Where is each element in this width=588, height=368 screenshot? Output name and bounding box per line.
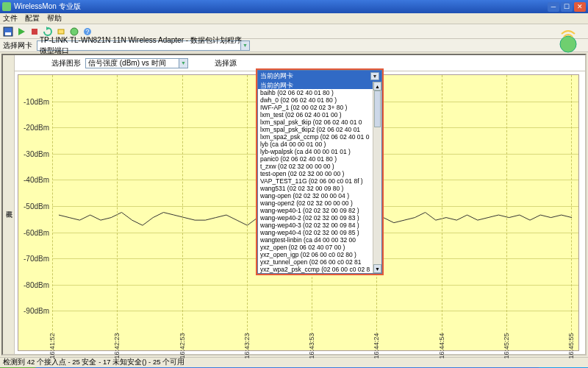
graph-combo-value: 信号强度 (dBm) vs 时间 (88, 58, 166, 68)
dropdown-item[interactable]: lxm_spa2_psk_ccmp (02 06 02 40 01 0 (258, 133, 381, 141)
y-tick-label: -70dBm (24, 255, 49, 263)
adapter-combo[interactable]: TP-LINK TL-WN821N 11N Wireless Adapter -… (37, 40, 250, 51)
chevron-down-icon[interactable]: ▼ (179, 59, 187, 68)
chevron-down-icon[interactable]: ▼ (240, 41, 249, 50)
dropdown-item[interactable]: lyb-wpalpsk (ca d4 00 00 01 01 ) (258, 148, 381, 155)
source-dropdown[interactable]: 当前的网卡 ▼ 当前的网卡baihb (02 06 02 40 01 80 )d… (257, 70, 382, 274)
wireless-globe-icon (554, 26, 582, 54)
gridline-v (442, 75, 442, 334)
dropdown-item[interactable]: wang-open2 (02 02 32 00 00 00 ) (258, 199, 381, 207)
x-tick-label: 16:44:54 (438, 333, 445, 358)
scroll-up-icon[interactable]: ▲ (373, 82, 381, 91)
svg-text:?: ? (85, 28, 89, 35)
gridline-v (247, 75, 248, 334)
dropdown-item[interactable]: yxz_open_igp (02 06 00 c0 02 80 ) (258, 251, 381, 258)
gridline-v (571, 75, 572, 334)
gridline-h (52, 285, 578, 286)
y-tick-label: -90dBm (24, 307, 49, 315)
dropdown-item[interactable]: yxz_tunnel_open (02 06 00 c0 02 81 (258, 258, 381, 266)
gridline-v (117, 75, 118, 334)
graph-combo[interactable]: 信号强度 (dBm) vs 时间 ▼ (85, 58, 188, 68)
dropdown-item[interactable]: lyb (ca d4 00 00 01 00 ) (258, 141, 381, 148)
x-tick-label: 16:42:53 (179, 333, 186, 358)
gridline-v (182, 75, 183, 334)
dropdown-item[interactable]: VAP_TEST_11G (02 06 00 c0 01 8f ) (258, 177, 381, 185)
y-tick-label: -50dBm (24, 202, 49, 210)
dropdown-item[interactable]: IWF-AP_1 (02 00 02 02 3+ 80 ) (258, 104, 381, 111)
dropdown-selected[interactable]: 当前的网卡 ▼ (258, 71, 381, 82)
y-tick-label: -80dBm (24, 280, 49, 289)
dropdown-item[interactable]: wangtest-linbin (ca d4 00 00 32 00 (258, 236, 381, 244)
source-select-label: 选择源 (215, 58, 237, 68)
y-tick-label: -60dBm (24, 228, 49, 236)
dropdown-item[interactable]: 当前的网卡 (258, 82, 381, 89)
window-title: WirelessMon 专业版 (14, 1, 81, 12)
scroll-thumb[interactable] (374, 91, 381, 127)
dropdown-item[interactable]: lxm_test (02 06 02 40 01 00 ) (258, 111, 381, 118)
scroll-down-icon[interactable]: ▼ (373, 264, 381, 273)
select-row: 选择图形 信号强度 (dBm) vs 时间 ▼ 选择源 (15, 55, 585, 71)
gridline-h (52, 311, 578, 311)
dropdown-item[interactable]: lxm_spal_psk_tkip2 (02 06 02 40 01 (258, 126, 381, 133)
dropdown-item[interactable]: wang531 (02 02 32 00 09 80 ) (258, 185, 381, 192)
svg-point-9 (560, 36, 576, 52)
status-text: 检测到 42 个接入点 - 25 安全 - 17 未知安全() - 25 个可用 (3, 358, 184, 367)
y-tick-label: -30dBm (24, 149, 49, 158)
dropdown-item[interactable]: wang-wep40-4 (02 02 32 00 09 85 ) (258, 229, 381, 236)
x-tick-label: 16:43:23 (243, 333, 251, 358)
dropdown-list: 当前的网卡baihb (02 06 02 40 01 80 )dwh_0 (02… (258, 82, 381, 273)
adapter-row: 选择网卡 TP-LINK TL-WN821N 11N Wireless Adap… (0, 39, 588, 52)
y-axis: -10dBm-20dBm-30dBm-40dBm-50dBm-60dBm-70d… (18, 75, 52, 334)
menubar: 文件 配置 帮助 (0, 13, 588, 24)
stop-icon[interactable] (29, 26, 40, 37)
gridline-v (506, 75, 507, 334)
graph-area: 选择图形 信号强度 (dBm) vs 时间 ▼ 选择源 当前的网卡 ▼ 当前的网… (15, 55, 585, 354)
chevron-down-icon[interactable]: ▼ (370, 72, 379, 80)
svg-point-6 (71, 28, 78, 35)
svg-rect-1 (5, 32, 11, 35)
menu-file[interactable]: 文件 (3, 13, 18, 24)
x-tick-label: 16:41:52 (49, 333, 56, 358)
dropdown-item[interactable]: lxm_spal_psk_tkip (02 06 02 40 01 0 (258, 118, 381, 126)
content: 概要 统计 图形 IP连接 选择图形 信号强度 (dBm) vs 时间 ▼ 选择… (1, 54, 587, 355)
dropdown-item[interactable]: dwh_0 (02 06 02 40 01 80 ) (258, 96, 381, 104)
minimize-button[interactable]: ─ (548, 2, 559, 12)
titlebar: WirelessMon 专业版 ─ ☐ ✕ (0, 0, 588, 13)
dropdown-selected-text: 当前的网卡 (260, 71, 293, 81)
dropdown-item[interactable]: wang-wep40-3 (02 02 32 00 09 84 ) (258, 222, 381, 229)
y-tick-label: -40dBm (24, 176, 49, 184)
play-icon[interactable] (16, 26, 26, 37)
dropdown-item[interactable]: yxz_wpa2_psk_ccmp (02 06 00 c0 02 8 (258, 266, 381, 273)
dropdown-item[interactable]: wang-open (02 02 32 00 00 04 ) (258, 192, 381, 199)
adapter-label: 选择网卡 (3, 40, 32, 51)
y-tick-label: -20dBm (24, 124, 49, 132)
statusbar: 检测到 42 个接入点 - 25 安全 - 17 未知安全() - 25 个可用 (0, 357, 588, 367)
menu-config[interactable]: 配置 (25, 13, 40, 24)
x-tick-label: 16:45:25 (503, 333, 510, 358)
x-tick-label: 16:45:55 (567, 333, 575, 358)
app-icon (2, 2, 11, 11)
svg-rect-5 (58, 29, 64, 34)
close-button[interactable]: ✕ (574, 2, 586, 12)
y-tick-label: -10dBm (24, 97, 49, 105)
maximize-button[interactable]: ☐ (561, 2, 573, 12)
side-tabs: 概要 统计 图形 IP连接 (3, 55, 15, 354)
dropdown-item[interactable]: baihb (02 06 02 40 01 80 ) (258, 89, 381, 96)
dropdown-item[interactable]: wang-wep40-1 (02 02 32 00 09 82 ) (258, 207, 381, 214)
gridline-v (52, 75, 53, 334)
dropdown-item[interactable]: wang-wep40-2 (02 02 32 00 09 83 ) (258, 214, 381, 222)
graph-select-label: 选择图形 (51, 58, 81, 68)
adapter-value: TP-LINK TL-WN821N 11N Wireless Adapter -… (40, 35, 247, 56)
save-icon[interactable] (3, 26, 13, 37)
x-tick-label: 16:44:24 (373, 333, 380, 358)
x-tick-label: 16:42:23 (113, 333, 121, 358)
dropdown-item[interactable]: panic0 (02 06 02 40 01 80 ) (258, 155, 381, 163)
dropdown-item[interactable]: yxz_open (02 06 02 40 07 00 ) (258, 244, 381, 251)
svg-rect-3 (32, 29, 37, 35)
dropdown-scrollbar[interactable]: ▲ ▼ (373, 82, 381, 273)
svg-marker-2 (18, 28, 25, 35)
dropdown-item[interactable]: t_zxw (02 02 32 00 00 00 ) (258, 163, 381, 170)
x-tick-label: 16:43:53 (308, 333, 315, 358)
menu-help[interactable]: 帮助 (47, 13, 62, 24)
dropdown-item[interactable]: test-open (02 02 32 00 00 00 ) (258, 170, 381, 177)
